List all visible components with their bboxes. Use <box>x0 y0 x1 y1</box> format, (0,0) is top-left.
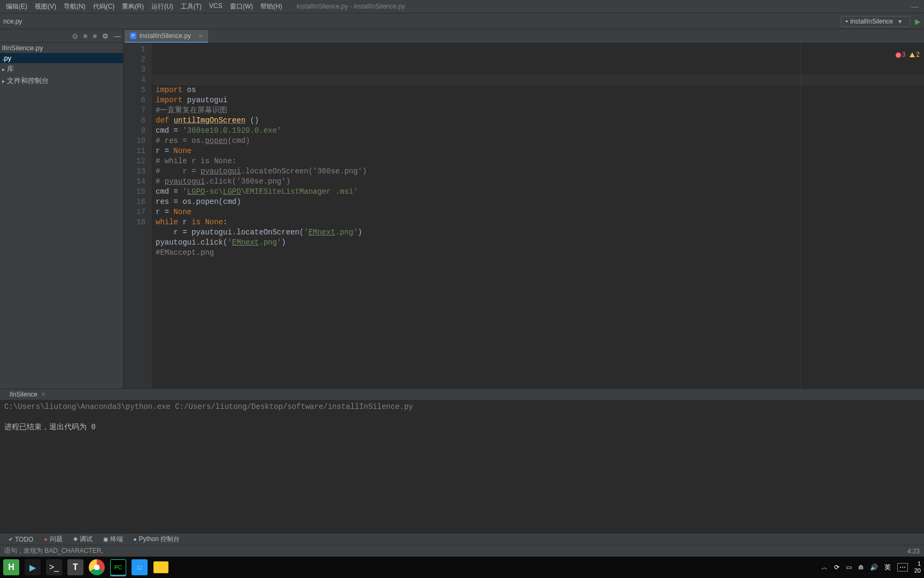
tree-libs[interactable]: ▸ 库 <box>0 63 123 75</box>
taskbar-pycharm-icon[interactable]: PC <box>110 559 126 575</box>
project-header: ⊙ ≡ ≡ ⚙ — <box>0 29 123 43</box>
inspection-indicators[interactable]: 3 2 <box>896 50 920 60</box>
taskbar-explorer-icon[interactable] <box>153 559 169 575</box>
menu-help[interactable]: 帮助(H) <box>257 1 286 13</box>
run-console[interactable]: C:\Users\liutong\Anaconda3\python.exe C:… <box>0 400 924 533</box>
menu-edit[interactable]: 编辑(E) <box>2 1 31 13</box>
tool-terminal-label: 终端 <box>110 535 123 544</box>
menu-refactor[interactable]: 重构(R) <box>118 1 148 13</box>
todo-icon: ✔ <box>9 536 13 542</box>
tree-root[interactable]: llInSilence.py <box>0 43 123 53</box>
warning-icon <box>910 52 915 57</box>
problems-icon: ● <box>44 536 47 542</box>
code-row: 123456789101112131415161718 import osimp… <box>124 43 924 389</box>
menu-tools[interactable]: 工具(T) <box>177 1 205 13</box>
collapse-icon[interactable]: ≡ <box>93 32 97 40</box>
nav-right: ● installInSilence ▾ ▶ <box>841 16 921 27</box>
tree-file-label: .py <box>2 54 11 62</box>
tree-file-selected[interactable]: .py <box>0 53 123 63</box>
run-tool-tab[interactable]: lInSilence × <box>4 390 50 399</box>
editor-tab-label: installInSilence.py <box>140 32 191 40</box>
menu-run[interactable]: 运行(U) <box>148 1 177 13</box>
tree-root-label: llInSilence.py <box>2 44 43 52</box>
tray-date: 20 <box>914 567 921 574</box>
tray-wifi-icon[interactable]: ⋒ <box>858 564 864 571</box>
status-bar: 语句，发现为 BAD_CHARACTER。 4:23 <box>0 545 924 557</box>
dropdown-icon: ▾ <box>898 18 902 25</box>
taskbar-chrome-icon[interactable] <box>89 559 105 575</box>
menu-bar: 编辑(E) 视图(V) 导航(N) 代码(C) 重构(R) 运行(U) 工具(T… <box>0 0 924 13</box>
tree-scratches[interactable]: ▸ 文件和控制台 <box>0 75 123 87</box>
tool-todo-label: TODO <box>15 536 33 543</box>
chevron-right-icon: ▸ <box>2 66 5 72</box>
gear-icon[interactable]: ⚙ <box>102 32 109 40</box>
tray-chevron-up-icon[interactable]: ︿ <box>821 563 828 572</box>
run-tool-tab-bar: lInSilence × <box>0 389 924 400</box>
run-tool-window: lInSilence × C:\Users\liutong\Anaconda3\… <box>0 389 924 533</box>
run-command-line: C:\Users\liutong\Anaconda3\python.exe C:… <box>4 402 413 411</box>
editor-tab-bar: P installInSilence.py × <box>124 29 924 43</box>
folder-icon <box>153 561 168 573</box>
tray-ime[interactable]: 英 <box>884 563 891 572</box>
tool-pyconsole-label: Python 控制台 <box>139 535 180 544</box>
editor-tab-active[interactable]: P installInSilence.py × <box>125 30 208 43</box>
gutter[interactable]: 123456789101112131415161718 <box>124 43 152 389</box>
bug-icon: ✱ <box>73 536 78 542</box>
status-cursor-pos[interactable]: 4:23 <box>907 547 920 555</box>
tool-debug-label: 调试 <box>80 535 93 544</box>
tree-scratches-label: 文件和控制台 <box>7 76 49 86</box>
close-icon[interactable]: × <box>198 32 203 40</box>
warning-indicator[interactable]: 2 <box>910 50 920 60</box>
system-tray: ︿ ⟳ ▭ ⋒ 🔊 英 ⋯ 1 20 <box>821 560 921 574</box>
tray-more-icon[interactable]: ⋯ <box>897 563 908 572</box>
locate-icon[interactable]: ⊙ <box>72 32 78 40</box>
menu-window[interactable]: 窗口(W) <box>226 1 257 13</box>
run-config-selector[interactable]: ● installInSilence ▾ <box>841 16 911 27</box>
current-line-highlight <box>152 75 924 85</box>
terminal-icon: ▣ <box>103 536 108 542</box>
close-icon[interactable]: × <box>41 391 45 398</box>
tray-sync-icon[interactable]: ⟳ <box>834 564 840 571</box>
tool-buttons-bar: ✔TODO ●问题 ✱调试 ▣终端 ●Python 控制台 <box>0 533 924 545</box>
main-layout: ⊙ ≡ ≡ ⚙ — llInSilence.py .py ▸ 库 ▸ 文件和控制… <box>0 29 924 389</box>
breadcrumb[interactable]: nce.py <box>3 18 22 25</box>
run-tool-tab-label: lInSilence <box>10 391 37 398</box>
code-area[interactable]: import osimport pyautogui#一直重复在屏幕识图def u… <box>152 43 924 389</box>
menu-code[interactable]: 代码(C) <box>89 1 119 13</box>
error-icon <box>896 52 901 58</box>
nav-bar: nce.py ● installInSilence ▾ ▶ <box>0 13 924 29</box>
chevron-right-icon: ▸ <box>2 78 5 84</box>
taskbar-app-t[interactable]: T <box>67 559 83 575</box>
taskbar-app-terminal[interactable]: >_ <box>46 559 62 575</box>
tool-debug[interactable]: ✱调试 <box>69 534 97 544</box>
menu-nav[interactable]: 导航(N) <box>60 1 89 13</box>
menu-view[interactable]: 视图(V) <box>31 1 60 13</box>
expand-icon[interactable]: ≡ <box>83 32 88 40</box>
tool-todo[interactable]: ✔TODO <box>4 535 37 544</box>
run-button[interactable]: ▶ <box>915 17 921 26</box>
hide-icon[interactable]: — <box>114 32 121 40</box>
tray-clock[interactable]: 1 20 <box>914 560 921 574</box>
run-exit-message: 进程已结束，退出代码为 0 <box>4 423 96 431</box>
python-file-icon: P <box>130 33 136 39</box>
warning-count: 2 <box>916 50 920 60</box>
tool-pyconsole[interactable]: ●Python 控制台 <box>129 534 184 544</box>
status-message: 语句，发现为 BAD_CHARACTER。 <box>4 546 107 556</box>
project-tree[interactable]: llInSilence.py .py ▸ 库 ▸ 文件和控制台 <box>0 43 123 389</box>
taskbar-app-media[interactable]: ▶ <box>25 559 41 575</box>
code-lines: import osimport pyautogui#一直重复在屏幕识图def u… <box>156 85 924 268</box>
tool-terminal[interactable]: ▣终端 <box>99 534 127 544</box>
window-controls: — <box>911 2 924 11</box>
error-indicator[interactable]: 3 <box>896 50 906 60</box>
tray-battery-icon[interactable]: ▭ <box>846 564 852 571</box>
taskbar: H ▶ >_ T PC □ ︿ ⟳ ▭ ⋒ 🔊 英 ⋯ 1 20 <box>0 557 924 578</box>
tray-volume-icon[interactable]: 🔊 <box>870 564 878 571</box>
taskbar-vm-icon[interactable]: □ <box>132 559 148 575</box>
project-header-tools: ⊙ ≡ ≡ ⚙ — <box>72 32 121 40</box>
tree-libs-label: 库 <box>7 64 14 74</box>
window-title: installInSilence.py - installInSilence.p… <box>297 3 405 10</box>
tool-problems[interactable]: ●问题 <box>40 534 66 544</box>
taskbar-app-h[interactable]: H <box>3 559 19 575</box>
minimize-icon[interactable]: — <box>911 2 919 11</box>
menu-vcs[interactable]: VCS <box>205 1 226 13</box>
